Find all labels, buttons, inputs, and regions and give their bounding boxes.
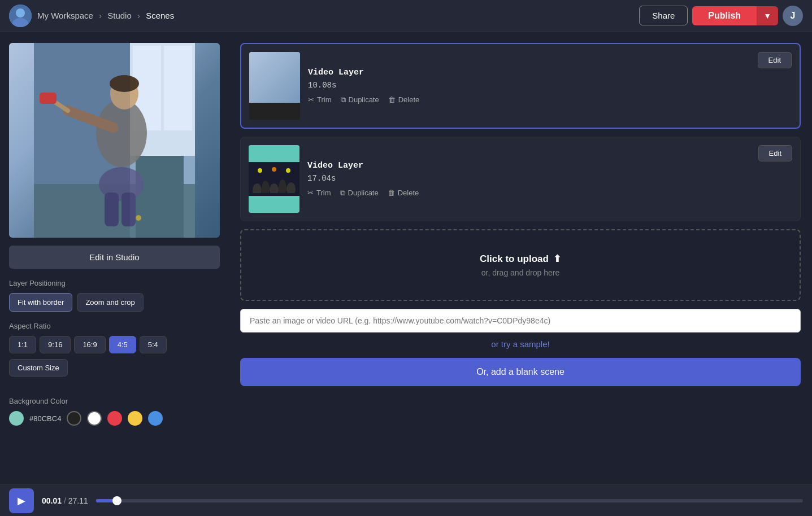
color-swatch-black[interactable]: [67, 411, 81, 426]
preview-inner: [9, 43, 220, 238]
zoom-and-crop-button[interactable]: Zoom and crop: [77, 293, 143, 312]
positioning-buttons: Fit with border Zoom and crop: [9, 293, 220, 312]
trash-icon-1: 🗑: [388, 95, 396, 104]
svg-rect-9: [136, 156, 184, 238]
video-thumb-2: [249, 145, 299, 213]
color-swatch-red[interactable]: [107, 411, 122, 426]
video-actions-1: ✂ Trim ⧉ Duplicate 🗑 Delete: [308, 95, 792, 104]
publish-group: Publish ▼: [692, 6, 778, 25]
thumb2-top: [249, 145, 299, 162]
delete-button-1[interactable]: 🗑 Delete: [388, 95, 420, 104]
color-swatch-teal[interactable]: [9, 411, 24, 426]
ratio-4-5-button[interactable]: 4:5: [109, 336, 136, 353]
publish-dropdown-button[interactable]: ▼: [757, 6, 778, 25]
user-avatar-button[interactable]: J: [783, 6, 803, 26]
svg-point-19: [136, 215, 141, 221]
video-duration-1: 10.08s: [308, 81, 792, 90]
duplicate-icon-2: ⧉: [340, 189, 345, 198]
right-panel: Video Layer 10.08s ✂ Trim ⧉ Duplicate 🗑 …: [229, 32, 812, 484]
workspace-avatar: [9, 5, 32, 27]
upload-title: Click to upload ⬆: [264, 253, 777, 265]
scenes-crumb: Scenes: [146, 11, 174, 20]
video-thumb-1: [249, 52, 300, 120]
upload-subtitle: or, drag and drop here: [264, 268, 777, 277]
aspect-ratio-buttons: 1:1 9:16 16:9 4:5 5:4: [9, 336, 220, 353]
upload-icon: ⬆: [553, 253, 561, 265]
time-display: 00.01 / 27.11: [42, 496, 88, 505]
video-info-1: Video Layer 10.08s ✂ Trim ⧉ Duplicate 🗑 …: [308, 68, 792, 104]
svg-rect-6: [164, 46, 192, 130]
publish-button[interactable]: Publish: [692, 6, 757, 25]
trim-button-2[interactable]: ✂ Trim: [307, 189, 331, 198]
video-title-1: Video Layer: [308, 68, 792, 77]
svg-point-1: [16, 8, 25, 18]
trim-icon-1: ✂: [308, 95, 314, 104]
color-swatch-blue[interactable]: [148, 411, 163, 426]
breadcrumb-area: My Workspace › Studio › Scenes: [9, 5, 174, 27]
url-input-wrap: [240, 309, 801, 333]
edit-card-button-1[interactable]: Edit: [758, 52, 792, 68]
layer-positioning-label: Layer Positioning: [9, 279, 220, 287]
header: My Workspace › Studio › Scenes Share Pub…: [0, 0, 812, 32]
svg-point-28: [272, 167, 276, 172]
edit-in-studio-button[interactable]: Edit in Studio: [9, 246, 220, 269]
ratio-5-4-button[interactable]: 5:4: [140, 336, 167, 353]
video-duration-2: 17.04s: [307, 174, 792, 183]
main-content: Edit in Studio Layer Positioning Fit wit…: [0, 32, 812, 484]
svg-point-29: [286, 168, 290, 173]
svg-point-27: [258, 168, 262, 173]
workspace-link[interactable]: My Workspace: [37, 11, 93, 20]
video-actions-2: ✂ Trim ⧉ Duplicate 🗑 Delete: [307, 189, 792, 198]
background-color-label: Background Color: [9, 397, 220, 405]
background-color-section: Background Color #80CBC4: [9, 397, 220, 426]
url-input[interactable]: [240, 309, 801, 333]
video-title-2: Video Layer: [307, 161, 792, 170]
trash-icon-2: 🗑: [388, 189, 395, 197]
trim-button-1[interactable]: ✂ Trim: [308, 95, 332, 104]
duplicate-button-2[interactable]: ⧉ Duplicate: [340, 189, 379, 198]
duplicate-button-1[interactable]: ⧉ Duplicate: [341, 95, 379, 104]
custom-size-button[interactable]: Custom Size: [9, 359, 68, 377]
ratio-1-1-button[interactable]: 1:1: [9, 336, 36, 353]
svg-rect-20: [34, 43, 130, 238]
aspect-ratio-label: Aspect Ratio: [9, 322, 220, 330]
play-icon: ▶: [18, 495, 25, 507]
edit-card-button-2[interactable]: Edit: [758, 145, 792, 161]
timeline-thumb[interactable]: [112, 496, 121, 505]
left-panel: Edit in Studio Layer Positioning Fit wit…: [0, 32, 229, 484]
preview-image: [9, 43, 220, 238]
share-button[interactable]: Share: [639, 6, 688, 25]
playbar: ▶ 00.01 / 27.11: [0, 484, 812, 516]
upload-area[interactable]: Click to upload ⬆ or, drag and drop here: [240, 229, 801, 301]
color-swatch-yellow[interactable]: [128, 411, 142, 426]
duplicate-icon-1: ⧉: [341, 95, 346, 104]
video-card-2: Video Layer 17.04s ✂ Trim ⧉ Duplicate 🗑 …: [240, 137, 801, 221]
try-sample-link[interactable]: or try a sample!: [240, 339, 801, 349]
play-button[interactable]: ▶: [9, 488, 34, 513]
time-total: 27.11: [68, 496, 88, 505]
fit-with-border-button[interactable]: Fit with border: [9, 293, 72, 312]
header-actions: Share Publish ▼ J: [639, 6, 803, 26]
thumb1-bottom: [249, 103, 300, 120]
video-info-2: Video Layer 17.04s ✂ Trim ⧉ Duplicate 🗑 …: [307, 161, 792, 198]
thumb1-top: [249, 52, 300, 103]
thumb2-bottom: [249, 196, 299, 213]
studio-link[interactable]: Studio: [107, 11, 132, 20]
color-hex-label: #80CBC4: [29, 414, 61, 423]
color-row: #80CBC4: [9, 411, 220, 426]
thumb2-middle: [249, 162, 299, 196]
breadcrumb: My Workspace › Studio › Scenes: [37, 11, 174, 20]
color-swatch-white[interactable]: [87, 411, 102, 426]
ratio-16-9-button[interactable]: 16:9: [74, 336, 105, 353]
trim-icon-2: ✂: [307, 189, 314, 197]
timeline-bar[interactable]: [96, 499, 803, 502]
video-card-1: Video Layer 10.08s ✂ Trim ⧉ Duplicate 🗑 …: [240, 43, 801, 129]
add-blank-scene-button[interactable]: Or, add a blank scene: [240, 358, 801, 386]
time-current: 00.01: [42, 496, 62, 505]
ratio-9-16-button[interactable]: 9:16: [40, 336, 71, 353]
delete-button-2[interactable]: 🗑 Delete: [388, 189, 419, 198]
time-separator: /: [64, 496, 68, 505]
